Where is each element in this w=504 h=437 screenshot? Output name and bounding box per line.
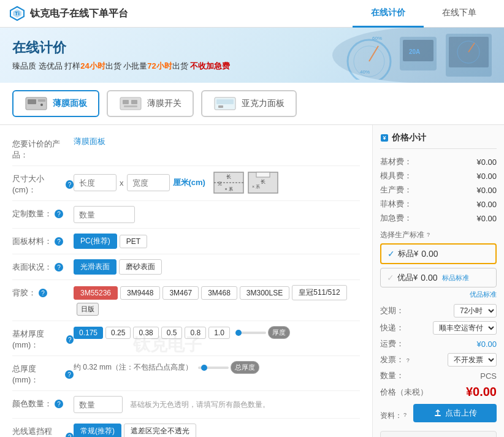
tab-online-order[interactable]: 在线下单 — [424, 0, 495, 28]
more-thickness-btn[interactable]: 厚度 — [268, 326, 290, 339]
delivery-select[interactable]: 72小时 — [454, 304, 497, 317]
light-normal-btn[interactable]: 常规(推荐) — [74, 424, 121, 437]
svg-text:¥: ¥ — [383, 135, 386, 141]
color-input-area: 基础板为无色透明，请填写所有颜色数量。 — [74, 396, 360, 413]
svg-rect-16 — [28, 99, 36, 104]
product-tab-thin-switch[interactable]: 薄膜开关 — [107, 90, 194, 117]
total-thick-btn[interactable]: 总厚度 — [231, 361, 259, 374]
svg-rect-25 — [218, 105, 223, 108]
upload-icon — [433, 409, 442, 417]
svg-text:长: 长 — [226, 174, 231, 180]
thickness-help-icon[interactable]: ? — [66, 335, 74, 344]
premium-standard-link[interactable]: 标品标准 — [442, 273, 469, 283]
adhesive-label: 背胶： ? — [12, 285, 74, 298]
invoice-help-icon[interactable]: ? — [407, 357, 414, 365]
total-thick-label: 总厚度(mm)： ? — [12, 361, 74, 386]
product-tab-thin-panel[interactable]: 薄膜面板 — [12, 90, 99, 117]
form-section: 钛克电子 您要计价的产品： 薄膜面板 尺寸大小(cm)： ? x 厘米(cm) — [0, 125, 372, 437]
svg-rect-37 — [435, 415, 441, 416]
light-opaque-btn[interactable]: 遮差区完全不透光 — [124, 424, 196, 437]
thick-0175-btn[interactable]: 0.175 — [74, 327, 103, 339]
light-help-icon[interactable]: ? — [66, 433, 74, 437]
adhesive-3m55236-btn[interactable]: 3M55236 — [74, 286, 118, 300]
adhesive-day-btn[interactable]: 日版 — [77, 303, 99, 316]
material-pc-btn[interactable]: PC(推荐) — [74, 234, 117, 249]
product-tab-acrylic-panel[interactable]: 亚克力面板 — [201, 90, 297, 117]
data-label: 资料： ? — [380, 411, 411, 421]
premium-price: 0.00 — [421, 273, 437, 283]
color-input[interactable] — [74, 396, 123, 413]
thickness-label: 基材厚度(mm)： ? — [12, 326, 74, 351]
between: 出货 小批量 — [105, 61, 148, 70]
thin-panel-label: 薄膜面板 — [53, 98, 87, 109]
size-width-input[interactable] — [127, 174, 170, 191]
thick-025-btn[interactable]: 0.25 — [105, 327, 131, 339]
standard-help-icon[interactable]: ? — [427, 232, 434, 239]
logo-icon: Ti — [9, 6, 25, 21]
thin-switch-icon — [119, 95, 142, 112]
svg-text:20A: 20A — [409, 48, 420, 55]
online-order-btn[interactable]: 在线下单 — [380, 431, 497, 437]
logo-area: Ti 钛克电子在线下单平台 — [9, 6, 353, 21]
surface-matte-btn[interactable]: 磨砂表面 — [119, 259, 162, 275]
standard-option-btn[interactable]: ✓ 标品¥ 0.00 — [380, 243, 497, 264]
qty-help-icon[interactable]: ? — [55, 210, 63, 218]
thick-08-btn[interactable]: 0.8 — [185, 327, 206, 339]
light-label: 光线遮挡程度： ? — [12, 424, 74, 437]
material-pet-btn[interactable]: PET — [120, 235, 147, 248]
tab-online-price[interactable]: 在线计价 — [353, 0, 424, 28]
total-thick-value: 约 0.32 mm（注：不包括凸点高度） — [74, 362, 193, 373]
material-options-area: PC(推荐) PET — [74, 234, 360, 249]
qty-input[interactable] — [74, 206, 135, 223]
total-thick-slider[interactable] — [198, 367, 229, 369]
adhesive-3m9448-btn[interactable]: 3M9448 — [120, 286, 160, 300]
total-thick-help-icon[interactable]: ? — [65, 370, 74, 379]
product-tabs-bar: 薄膜面板 薄膜开关 亚克力面板 — [0, 83, 504, 125]
thickness-slider-thumb[interactable] — [235, 330, 242, 336]
time2: 72小时 — [147, 61, 172, 70]
material-label: 面板材料： ? — [12, 234, 74, 247]
product-value-area: 薄膜面板 — [74, 136, 360, 147]
data-help-icon[interactable]: ? — [403, 412, 411, 419]
product-link[interactable]: 薄膜面板 — [74, 136, 105, 147]
express-select[interactable]: 顺丰空运寄付 — [433, 321, 497, 335]
acrylic-panel-label: 亚克力面板 — [242, 98, 284, 109]
final-price-value: ¥0.00 — [466, 385, 497, 399]
thickness-slider-track[interactable] — [235, 332, 266, 334]
no-rush: 不收加急费 — [190, 61, 230, 70]
adhesive-help-icon[interactable]: ? — [39, 289, 47, 297]
adhesive-3m468-btn[interactable]: 3M468 — [201, 286, 237, 300]
time1: 24小时 — [80, 61, 105, 70]
production-fee-value: ¥0.00 — [476, 186, 497, 195]
price-panel: ¥ 价格小计 基材费： ¥0.00 模具费： ¥0.00 生产费： ¥0.00 … — [372, 125, 504, 437]
size-length-input[interactable] — [74, 174, 116, 191]
shipping-label: 运费： — [380, 338, 404, 349]
upload-btn[interactable]: 点击上传 — [413, 404, 497, 422]
adhesive-crown-btn[interactable]: 皇冠511/512 — [292, 285, 346, 300]
main-content: 钛克电子 您要计价的产品： 薄膜面板 尺寸大小(cm)： ? x 厘米(cm) — [0, 125, 504, 437]
thickness-row: 基材厚度(mm)： ? 0.175 0.25 0.38 0.5 0.8 1.0 … — [12, 321, 360, 356]
surface-label: 表面状况： ? — [12, 259, 74, 273]
invoice-label: 发票： ? — [380, 354, 414, 365]
color-hint: 基础板为无色透明，请填写所有颜色数量。 — [130, 400, 270, 410]
premium-option-btn[interactable]: ✓ 优品¥ 0.00 标品标准 — [380, 268, 497, 287]
surface-help-icon[interactable]: ? — [55, 263, 63, 272]
thick-038-btn[interactable]: 0.38 — [133, 327, 158, 339]
color-help-icon[interactable]: ? — [55, 400, 63, 408]
production-fee-label: 生产费： — [380, 184, 412, 196]
invoice-select[interactable]: 不开发票 — [448, 353, 497, 367]
surface-row: 表面状况： ? 光滑表面 磨砂表面 — [12, 254, 360, 280]
base-material-fee-label: 基材费： — [380, 156, 412, 167]
delivery-row: 交期： 72小时 — [380, 304, 497, 317]
thick-10-btn[interactable]: 1.0 — [208, 327, 230, 339]
surface-smooth-btn[interactable]: 光滑表面 — [74, 259, 116, 275]
standard-price: 0.00 — [421, 249, 438, 259]
thick-05-btn[interactable]: 0.5 — [161, 327, 183, 339]
total-thick-slider-thumb[interactable] — [201, 365, 207, 371]
material-help-icon[interactable]: ? — [55, 237, 63, 246]
product-row: 您要计价的产品： 薄膜面板 — [12, 131, 360, 166]
adhesive-3m300lse-btn[interactable]: 3M300LSE — [240, 286, 289, 300]
size-help-icon[interactable]: ? — [66, 180, 74, 189]
adhesive-3m467-btn[interactable]: 3M467 — [162, 286, 199, 300]
main-nav: 在线计价 在线下单 — [353, 0, 495, 28]
